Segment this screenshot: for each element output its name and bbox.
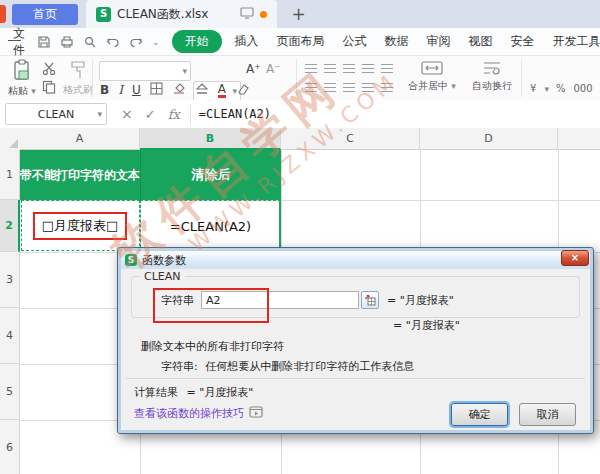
column-header-c[interactable]: C bbox=[281, 128, 420, 150]
tab-home[interactable]: 开始 bbox=[172, 30, 222, 53]
paste-button[interactable]: 粘贴 ▾ bbox=[8, 59, 36, 98]
share-screen-icon[interactable] bbox=[240, 7, 254, 22]
thousands-format-icon[interactable]: 000 bbox=[573, 83, 592, 94]
distribute-icon[interactable] bbox=[381, 83, 393, 93]
format-painter-button[interactable]: 格式刷 bbox=[63, 60, 93, 97]
column-header-b[interactable]: B bbox=[140, 128, 281, 150]
increase-indent-icon[interactable] bbox=[381, 64, 393, 74]
calc-result: 计算结果 = "月度报表" bbox=[134, 385, 253, 400]
ok-button[interactable]: 确定 bbox=[451, 403, 508, 426]
copy-button[interactable] bbox=[42, 80, 56, 97]
new-tab-button[interactable]: + bbox=[291, 6, 305, 23]
align-center-icon[interactable] bbox=[324, 83, 336, 93]
range-picker-button[interactable] bbox=[361, 291, 379, 309]
insert-function-icon[interactable]: fx bbox=[168, 107, 180, 122]
cancel-button[interactable]: 取消 bbox=[519, 403, 576, 426]
document-title: CLEAN函数.xlsx bbox=[117, 6, 208, 23]
fill-color-button[interactable] bbox=[172, 82, 186, 98]
eraser-button[interactable] bbox=[235, 83, 249, 98]
redo-icon[interactable] bbox=[129, 36, 143, 48]
row-header-3[interactable]: 3 bbox=[0, 252, 20, 308]
currency-caret-icon[interactable]: ▾ bbox=[544, 84, 549, 94]
confirm-entry-icon[interactable]: ✓ bbox=[145, 107, 156, 122]
cut-button[interactable] bbox=[42, 62, 56, 78]
save-icon[interactable] bbox=[37, 35, 51, 49]
row-header-5[interactable]: 5 bbox=[0, 364, 20, 420]
align-left-icon[interactable] bbox=[305, 83, 317, 93]
file-menu[interactable]: 文件 bbox=[13, 25, 25, 59]
cell-a2[interactable]: □月度报表□ bbox=[20, 200, 140, 252]
more-commands-icon[interactable]: ⌄ bbox=[152, 37, 160, 47]
tab-formulas[interactable]: 公式 bbox=[334, 30, 376, 53]
tab-security[interactable]: 安全 bbox=[502, 30, 544, 53]
param-help: 字符串: 任何想要从中删除非打印字符的工作表信息 bbox=[161, 359, 414, 374]
print-preview-icon[interactable] bbox=[83, 35, 97, 49]
align-bottom-icon[interactable] bbox=[343, 64, 355, 74]
currency-format-icon[interactable]: ¥ bbox=[530, 83, 536, 94]
bold-button[interactable]: B bbox=[100, 83, 109, 97]
name-box-caret-icon: ▾ bbox=[97, 109, 102, 119]
align-top-icon[interactable] bbox=[305, 64, 317, 74]
tab-view[interactable]: 视图 bbox=[460, 30, 502, 53]
font-family-select[interactable]: ▾ bbox=[99, 61, 191, 81]
merge-center-label: 合并居中 bbox=[408, 80, 448, 91]
formula-input[interactable]: =CLEAN(A2) bbox=[199, 107, 271, 121]
wrap-text-button[interactable]: 自动换行 bbox=[472, 60, 512, 93]
cell-b1[interactable]: 清除后 bbox=[140, 150, 281, 200]
justify-icon[interactable] bbox=[362, 83, 374, 93]
increase-font-button[interactable]: A⁺ bbox=[246, 62, 261, 76]
format-painter-label: 格式刷 bbox=[63, 84, 93, 95]
ribbon-toolbar: 粘贴 ▾ 格式刷 ▾ ▾ A⁺ A⁻ B I U A bbox=[0, 56, 600, 101]
home-tab-label: 首页 bbox=[33, 6, 57, 23]
dialog-close-button[interactable]: × bbox=[561, 250, 589, 266]
param-input[interactable]: A2 bbox=[201, 291, 359, 309]
name-box[interactable]: CLEAN ▾ bbox=[5, 103, 107, 125]
tab-bar: 首页 S CLEAN函数.xlsx + bbox=[0, 0, 600, 28]
column-header-a[interactable]: A bbox=[20, 128, 140, 150]
percent-format-icon[interactable]: % bbox=[556, 83, 566, 94]
menu-bar: 文件 ⌄ 开始 插入 页面布局 公式 数据 审阅 视图 安全 开发工具 特色 bbox=[0, 28, 600, 56]
font-color-button[interactable]: A bbox=[218, 83, 226, 98]
function-group-box: CLEAN 字符串 A2 = "月度报表" bbox=[131, 276, 580, 318]
cancel-entry-icon[interactable]: × bbox=[121, 106, 133, 122]
cell-b2[interactable]: =CLEAN(A2) bbox=[140, 200, 281, 252]
tab-review[interactable]: 审阅 bbox=[418, 30, 460, 53]
formula-bar: CLEAN ▾ × ✓ fx =CLEAN(A2) bbox=[0, 100, 600, 129]
unsaved-indicator-icon bbox=[260, 11, 267, 18]
print-icon[interactable] bbox=[60, 35, 74, 49]
select-all-corner[interactable] bbox=[0, 128, 21, 151]
cell-style-button[interactable] bbox=[195, 82, 209, 98]
wps-logo-icon[interactable] bbox=[0, 5, 6, 23]
decrease-font-button[interactable]: A⁻ bbox=[266, 62, 281, 76]
row-header-1[interactable]: 1 bbox=[0, 150, 20, 200]
borders-button[interactable] bbox=[150, 82, 163, 98]
document-tab[interactable]: S CLEAN函数.xlsx bbox=[86, 0, 277, 28]
dialog-titlebar[interactable]: S 函数参数 bbox=[121, 251, 590, 269]
align-right-icon[interactable] bbox=[343, 83, 355, 93]
tab-insert[interactable]: 插入 bbox=[226, 30, 268, 53]
column-header-e[interactable] bbox=[558, 128, 600, 150]
decrease-indent-icon[interactable] bbox=[362, 64, 374, 74]
function-args-dialog: S 函数参数 × CLEAN 字符串 A2 = "月度报表" = "月度报表" … bbox=[117, 247, 594, 434]
italic-button[interactable]: I bbox=[118, 83, 123, 97]
function-help-link[interactable]: 查看该函数的操作技巧 bbox=[134, 406, 244, 421]
cell-a1[interactable]: 带不能打印字符的文本 bbox=[20, 150, 140, 200]
ribbon-tabs: 开始 插入 页面布局 公式 数据 审阅 视图 安全 开发工具 特色 bbox=[172, 30, 600, 53]
underline-button[interactable]: U bbox=[132, 83, 141, 97]
align-middle-icon[interactable] bbox=[324, 64, 336, 74]
row-header-2[interactable]: 2 bbox=[0, 200, 20, 252]
undo-icon[interactable] bbox=[106, 36, 120, 48]
merge-center-button[interactable]: 合并居中 ▾ bbox=[408, 60, 456, 93]
function-name: CLEAN bbox=[140, 270, 185, 283]
param-label: 字符串 bbox=[132, 293, 201, 308]
tab-page-layout[interactable]: 页面布局 bbox=[268, 30, 334, 53]
tab-developer[interactable]: 开发工具 bbox=[544, 30, 600, 53]
tab-data[interactable]: 数据 bbox=[376, 30, 418, 53]
video-tutorial-icon[interactable] bbox=[249, 406, 263, 421]
home-tab[interactable]: 首页 bbox=[12, 4, 78, 25]
row-header-6[interactable]: 6 bbox=[0, 420, 20, 474]
function-description: 删除文本中的所有非打印字符 bbox=[141, 339, 284, 354]
row-header-4[interactable]: 4 bbox=[0, 308, 20, 364]
column-header-d[interactable]: D bbox=[420, 128, 558, 150]
divider bbox=[190, 104, 191, 124]
